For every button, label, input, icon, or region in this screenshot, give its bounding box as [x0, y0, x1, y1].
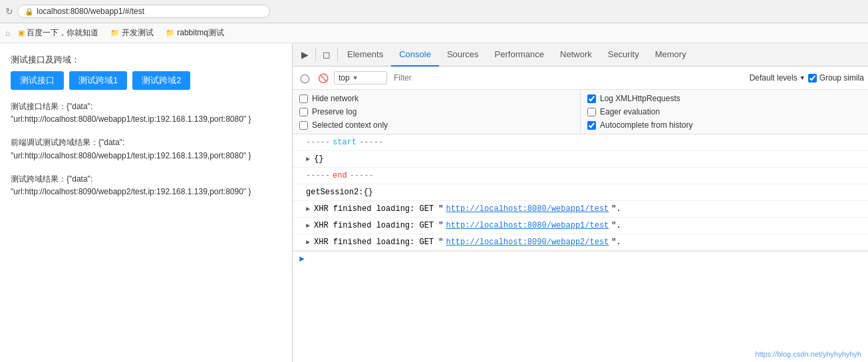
console-settings: Hide network Preserve log Selected conte…: [293, 90, 868, 134]
xhr2-url[interactable]: http://localhost:8080/webapp1/test: [446, 220, 609, 232]
selected-context-checkbox[interactable]: [299, 121, 308, 130]
home-icon: ⌂: [5, 29, 10, 38]
inspect-element-button[interactable]: ▶: [295, 45, 314, 64]
console-line-xhr1: ► XHR finished loading: GET " http://loc…: [293, 201, 868, 218]
start-text: start: [333, 136, 357, 148]
device-toolbar-button[interactable]: ◻: [317, 45, 336, 64]
console-line-getsession: getSession2:{}: [293, 184, 868, 201]
xhr3-url[interactable]: http://localhost:8090/webapp2/test: [446, 236, 609, 248]
eager-eval-label: Eager evaluation: [600, 107, 660, 116]
address-text: localhost:8080/webapp1/#/test: [37, 7, 144, 16]
autocomplete-checkbox[interactable]: [587, 121, 596, 130]
xhr1-expand-icon[interactable]: ►: [306, 204, 310, 214]
tab-divider2: [337, 48, 338, 61]
getsession-text: getSession2:{}: [306, 186, 373, 198]
setting-selected-context: Selected context only: [299, 120, 573, 130]
block-requests-button[interactable]: 🚫: [315, 70, 331, 86]
bookmark-devtest[interactable]: 📁 开发测试: [106, 26, 158, 40]
clear-console-button[interactable]: ◯: [297, 70, 313, 86]
result2-block: 前端调试测试跨域结果：{"data": "url:http://localhos…: [11, 136, 281, 162]
setting-eager-eval: Eager evaluation: [587, 107, 861, 116]
log-xhr-checkbox[interactable]: [587, 94, 596, 103]
object-text: {}: [314, 153, 323, 165]
hide-network-checkbox[interactable]: [299, 94, 308, 103]
result3-label: 测试跨域结果：{"data":: [11, 174, 92, 184]
end-dashes-left: -----: [306, 170, 330, 182]
result1-label: 测试接口结果：{"data":: [11, 102, 92, 111]
expand-object-icon[interactable]: ►: [306, 154, 310, 164]
setting-hide-network: Hide network: [299, 94, 573, 103]
console-line-xhr3: ► XHR finished loading: GET " http://loc…: [293, 234, 868, 251]
group-similar-label: Group simila: [819, 73, 864, 83]
result1-detail: "url:http://localhost:8080/webapp1/test,…: [11, 114, 251, 124]
test-api-button[interactable]: 测试接口: [11, 71, 64, 90]
bookmark-devtest-label: 开发测试: [122, 27, 154, 39]
autocomplete-label: Autocomplete from history: [600, 120, 692, 130]
tab-performance[interactable]: Performance: [487, 43, 552, 67]
context-label: top: [339, 73, 350, 83]
console-prompt-icon: ►: [299, 254, 305, 264]
selected-context-label: Selected context only: [312, 120, 388, 130]
levels-button[interactable]: Default levels ▼: [750, 73, 805, 83]
tab-security[interactable]: Security: [600, 43, 647, 67]
test-cors1-button[interactable]: 测试跨域1: [69, 71, 127, 90]
button-row: 测试接口 测试跨域1 测试跨域2: [11, 71, 281, 90]
tab-network[interactable]: Network: [552, 43, 600, 67]
levels-dropdown-icon: ▼: [799, 75, 805, 81]
console-line-end: ----- end -----: [293, 168, 868, 184]
console-input[interactable]: [309, 255, 861, 264]
main-area: 测试接口及跨域： 测试接口 测试跨域1 测试跨域2 测试接口结果：{"data"…: [0, 43, 868, 362]
devtools-panel: ▶ ◻ Elements Console Sources Performance…: [293, 43, 868, 362]
browser-chrome: ↻ 🔒 localhost:8080/webapp1/#/test: [0, 0, 868, 23]
xhr2-expand-icon[interactable]: ►: [306, 221, 310, 231]
xhr3-expand-icon[interactable]: ►: [306, 238, 310, 248]
tab-sources[interactable]: Sources: [439, 43, 487, 67]
bookmark-baidu[interactable]: ▣ 百度一下，你就知道: [14, 26, 102, 40]
bookmarks-bar: ⌂ ▣ 百度一下，你就知道 📁 开发测试 📁 rabbitmq测试: [0, 23, 868, 43]
devtools-tabs: ▶ ◻ Elements Console Sources Performance…: [293, 43, 868, 67]
test-cors2-button[interactable]: 测试跨域2: [132, 71, 190, 90]
context-selector[interactable]: top ▼: [334, 71, 387, 85]
end-dashes-right: -----: [350, 170, 374, 182]
console-line-xhr2: ► XHR finished loading: GET " http://loc…: [293, 218, 868, 234]
result2-detail: "url:http://localhost:8080/webapp1/test,…: [11, 151, 251, 160]
hide-network-label: Hide network: [312, 94, 359, 103]
setting-log-xhr: Log XMLHttpRequests: [587, 94, 861, 103]
group-similar-checkbox[interactable]: [808, 74, 817, 83]
console-toolbar: ◯ 🚫 top ▼ Default levels ▼ Group simila: [293, 67, 868, 90]
lock-icon: 🔒: [25, 7, 34, 16]
result3-block: 测试跨域结果：{"data": "url:http://localhost:80…: [11, 173, 281, 198]
xhr1-prefix: XHR finished loading: GET ": [314, 203, 443, 215]
tab-memory[interactable]: Memory: [647, 43, 694, 67]
result3-detail: "url:http://localhost:8090/webapp2/test,…: [11, 187, 251, 196]
result1-block: 测试接口结果：{"data": "url:http://localhost:80…: [11, 100, 281, 126]
bookmark-rabbitmq-label: rabbitmq测试: [177, 27, 224, 39]
console-input-row: ►: [293, 251, 868, 267]
context-dropdown-icon: ▼: [353, 75, 359, 81]
console-line-object: ► {}: [293, 151, 868, 168]
console-output: ----- start ----- ► {} ----- end ----- g…: [293, 134, 868, 362]
group-similar-row: Group simila: [808, 73, 864, 83]
page-content: 测试接口及跨域： 测试接口 测试跨域1 测试跨域2 测试接口结果：{"data"…: [0, 43, 293, 362]
xhr1-suffix: ".: [611, 203, 621, 215]
eager-eval-checkbox[interactable]: [587, 108, 596, 116]
address-bar[interactable]: 🔒 localhost:8080/webapp1/#/test: [17, 5, 270, 18]
settings-col-left: Hide network Preserve log Selected conte…: [293, 90, 581, 134]
setting-autocomplete: Autocomplete from history: [587, 120, 861, 130]
start-dashes-left: -----: [306, 136, 330, 148]
settings-col-right: Log XMLHttpRequests Eager evaluation Aut…: [581, 90, 868, 134]
preserve-log-checkbox[interactable]: [299, 108, 308, 116]
xhr2-suffix: ".: [611, 220, 621, 232]
bookmark-rabbitmq[interactable]: 📁 rabbitmq测试: [162, 26, 228, 40]
bookmark-devtest-icon: 📁: [110, 29, 120, 37]
tab-elements[interactable]: Elements: [339, 43, 391, 67]
bookmark-baidu-icon: ▣: [18, 29, 25, 37]
xhr3-prefix: XHR finished loading: GET ": [314, 236, 443, 248]
console-line-start: ----- start -----: [293, 134, 868, 151]
setting-preserve-log: Preserve log: [299, 107, 573, 116]
result2-label: 前端调试测试跨域结果：{"data":: [11, 138, 124, 147]
xhr1-url[interactable]: http://localhost:8080/webapp1/test: [446, 203, 609, 215]
back-icon[interactable]: ↻: [5, 6, 13, 17]
tab-console[interactable]: Console: [391, 43, 439, 67]
filter-input[interactable]: [390, 72, 747, 84]
